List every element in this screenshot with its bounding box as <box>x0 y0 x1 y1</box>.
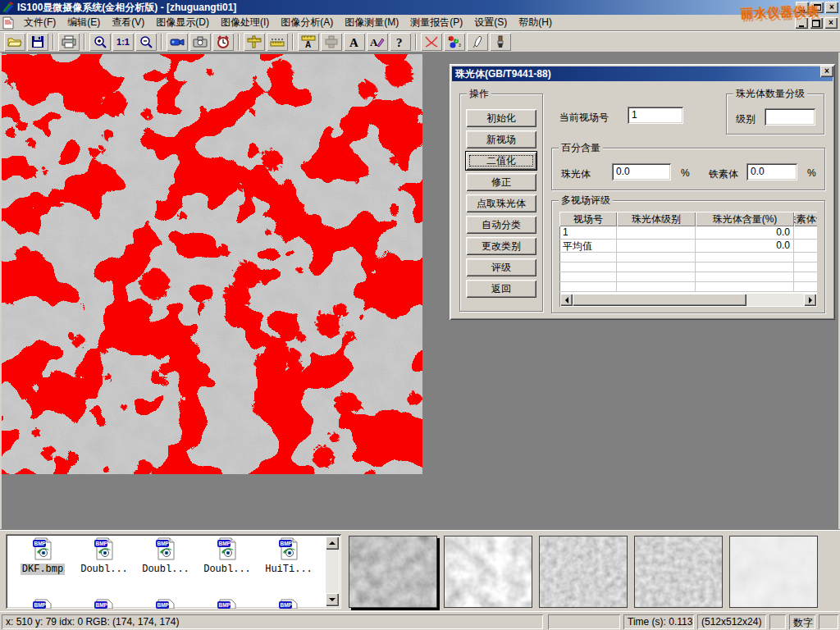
correct-button[interactable]: 修正 <box>466 173 536 191</box>
scroll-left-button[interactable] <box>560 294 573 306</box>
pick-pearlite-button[interactable]: 点取珠光体 <box>466 194 536 212</box>
svg-text:BMP: BMP <box>219 541 231 546</box>
pen-tool-button[interactable] <box>467 33 488 51</box>
current-field-label: 当前视场号 <box>559 111 609 125</box>
menu-bar: 文件(F) 编辑(E) 查看(V) 图像显示(D) 图像处理(I) 图像分析(A… <box>0 15 840 31</box>
menu-edit[interactable]: 编辑(E) <box>62 14 106 31</box>
zoom-out-button[interactable] <box>135 33 157 51</box>
open-file-button[interactable] <box>4 33 25 51</box>
text-button[interactable]: A <box>344 33 365 51</box>
rate-button[interactable]: 评级 <box>466 258 536 276</box>
photo-capture-button[interactable] <box>189 33 211 51</box>
auto-classify-button[interactable]: 自动分类 <box>466 216 536 234</box>
file-item[interactable]: BMP <box>260 599 317 609</box>
level-input[interactable] <box>765 108 815 126</box>
scroll-down-button[interactable] <box>326 593 339 606</box>
return-button[interactable]: 返回 <box>466 280 536 298</box>
window-close-button[interactable]: × <box>825 2 838 13</box>
status-empty-panel <box>819 614 838 629</box>
cell-field-no: 平均值 <box>559 240 617 252</box>
thumbnail-4[interactable] <box>634 536 723 608</box>
menu-measure-report[interactable]: 测量报告(P) <box>404 14 468 31</box>
menu-image-measure[interactable]: 图像测量(M) <box>339 14 404 31</box>
ferrite-percent-input[interactable]: 0.0 <box>746 163 797 180</box>
scroll-right-button[interactable] <box>804 294 816 306</box>
measure-label-button[interactable]: A <box>298 33 319 51</box>
file-item[interactable]: BMP <box>199 599 256 609</box>
ruler-icon <box>270 36 285 48</box>
svg-text:2: 2 <box>455 38 458 43</box>
phase-count-button[interactable]: 123 <box>444 33 465 51</box>
status-time: Time (s): 0.113 <box>623 614 694 629</box>
file-item[interactable]: BMP <box>137 599 194 609</box>
metallograph-image[interactable] <box>2 54 422 474</box>
file-list-scrollbar[interactable] <box>326 536 339 606</box>
menu-file[interactable]: 文件(F) <box>18 14 62 31</box>
menu-image-display[interactable]: 图像显示(D) <box>150 14 215 31</box>
menu-image-analysis[interactable]: 图像分析(A) <box>275 14 339 31</box>
scrollbar-track[interactable] <box>746 294 804 306</box>
file-list[interactable]: BMP DKF.bmp BMP Doubl... BMP Doubl... BM… <box>6 534 341 609</box>
menu-help[interactable]: 帮助(H) <box>513 14 558 31</box>
vendor-watermark: 丽水仪器仪表 <box>741 3 820 21</box>
timer-button[interactable] <box>212 33 234 51</box>
file-item[interactable]: BMP Doubl... <box>75 537 133 575</box>
zoom-in-button[interactable] <box>89 33 111 51</box>
toolbar-separator <box>52 34 54 50</box>
actual-size-button[interactable]: 1:1 <box>112 33 134 51</box>
cursor-info: x: 510 y: 79 idx: 0 RGB: (174, 174, 174) <box>2 614 543 629</box>
change-class-button[interactable]: 更改类别 <box>466 237 536 255</box>
current-field-input[interactable]: 1 <box>628 107 683 124</box>
scroll-up-button[interactable] <box>326 536 339 550</box>
scrollbar-thumb[interactable] <box>573 294 746 306</box>
caliper-measure-button[interactable] <box>244 33 265 51</box>
table-row-empty <box>559 282 817 292</box>
annotate-text-button[interactable]: A <box>367 33 388 51</box>
table-row[interactable]: 平均值 0.0 <box>559 240 817 253</box>
thumbnail-3[interactable] <box>539 536 628 608</box>
thumbnail-1[interactable] <box>349 536 437 608</box>
file-item[interactable]: BMP <box>75 599 133 609</box>
file-item[interactable]: BMP DKF.bmp <box>14 537 71 575</box>
file-name: DKF.bmp <box>21 564 65 575</box>
video-capture-button[interactable] <box>167 33 188 51</box>
table-horizontal-scrollbar[interactable] <box>560 294 816 306</box>
level-label: 级别 <box>736 112 756 126</box>
ruler-measure-button[interactable] <box>267 33 288 51</box>
restore-icon <box>812 20 820 27</box>
brush-tool-button[interactable] <box>490 33 511 51</box>
initialize-button[interactable]: 初始化 <box>466 109 536 127</box>
file-item[interactable]: BMP <box>14 599 71 609</box>
file-item[interactable]: BMP Doubl... <box>137 537 194 575</box>
dialog-title: 珠光体(GB/T9441-88) <box>455 67 551 81</box>
dialog-title-bar[interactable]: 珠光体(GB/T9441-88) <box>452 66 833 81</box>
photo-camera-icon <box>193 36 208 48</box>
operation-group-label: 操作 <box>467 88 491 99</box>
pearlite-percent-input[interactable]: 0.0 <box>612 163 671 180</box>
save-button[interactable] <box>27 33 48 51</box>
file-item[interactable]: BMP Doubl... <box>199 537 256 575</box>
new-field-button[interactable]: 新视场 <box>466 130 536 148</box>
help-button[interactable]: ? <box>390 33 411 51</box>
curve-tool-button[interactable] <box>421 33 442 51</box>
close-icon: × <box>829 19 833 27</box>
menu-settings[interactable]: 设置(S) <box>468 14 513 31</box>
ferrite-percent-unit: % <box>807 167 816 179</box>
thumbnail-5[interactable] <box>729 536 818 608</box>
dialog-close-button[interactable]: × <box>820 66 833 77</box>
child-close-button[interactable]: × <box>824 17 838 29</box>
menu-image-processing[interactable]: 图像处理(I) <box>215 14 275 31</box>
grid-button[interactable] <box>321 33 342 51</box>
svg-text:A: A <box>305 40 311 48</box>
cell-field-no: 1 <box>559 226 617 239</box>
menu-view[interactable]: 查看(V) <box>106 14 150 31</box>
rating-table[interactable]: 视场号 珠光体级别 珠光体含量(%) 铁素体含量(%) 1 0.0 平均值 0.… <box>559 212 817 307</box>
file-item[interactable]: BMP HuiTi... <box>260 537 317 575</box>
print-button[interactable] <box>58 33 80 51</box>
binarize-button[interactable]: 二值化 <box>466 152 536 170</box>
table-row[interactable]: 1 0.0 <box>559 226 817 240</box>
cell-pearlite-level <box>617 240 696 252</box>
window-title: IS100显微摄像系统(金相分析版) - [zhuguangti01] <box>17 1 236 15</box>
status-bar: x: 510 y: 79 idx: 0 RGB: (174, 174, 174)… <box>0 611 840 630</box>
thumbnail-2[interactable] <box>444 536 532 608</box>
